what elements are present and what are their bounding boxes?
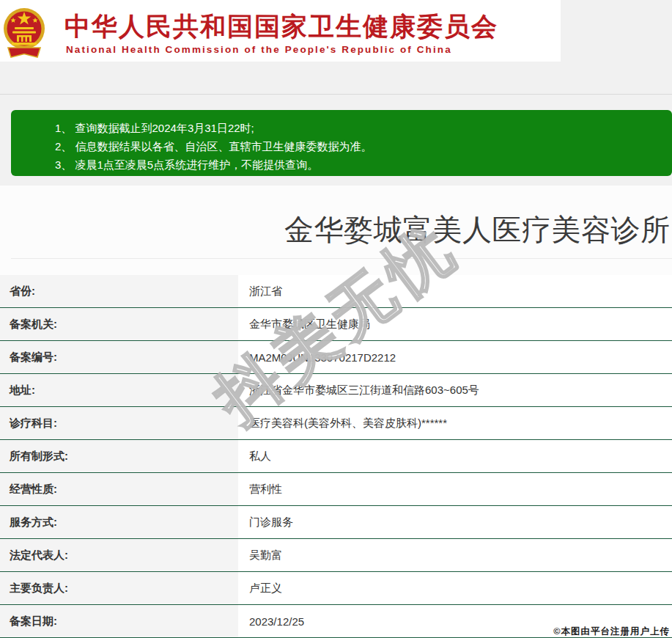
field-label: 主要负责人: [0, 572, 238, 604]
field-value: 卢正义 [238, 572, 672, 604]
field-value: 营利性 [238, 473, 672, 505]
table-row-principal: 主要负责人: 卢正义 [0, 572, 672, 605]
header-divider-line [0, 94, 672, 95]
site-title-english: National Health Commission of the People… [66, 44, 452, 55]
notice-line-1: 1、 查询数据截止到2024年3月31日22时; [55, 119, 665, 137]
table-row-clinical-departments: 诊疗科目: 医疗美容科(美容外科、美容皮肤科)****** [0, 407, 672, 440]
field-label: 备案机关: [0, 308, 238, 340]
table-row-province: 省份: 浙江省 [0, 275, 672, 308]
field-label: 地址: [0, 374, 238, 406]
table-row-business-nature: 经营性质: 营利性 [0, 473, 672, 506]
field-label: 所有制形式: [0, 440, 238, 472]
field-label: 经营性质: [0, 473, 238, 505]
upload-credit-label: ©本图由平台注册用户上传 [553, 626, 670, 638]
field-label: 备案日期: [0, 605, 238, 637]
site-title-chinese: 中华人民共和国国家卫生健康委员会 [64, 10, 498, 44]
field-value: 金华市婺城区卫生健康局 [238, 308, 672, 340]
table-row-ownership-type: 所有制形式: 私人 [0, 440, 672, 473]
table-row-service-mode: 服务方式: 门诊服务 [0, 506, 672, 539]
table-row-address: 地址: 浙江省金华市婺城区三江街道和信路603~605号 [0, 374, 672, 407]
notice-line-3: 3、 凌晨1点至凌晨5点系统进行维护，不能提供查询。 [55, 155, 665, 174]
field-value: 浙江省 [238, 275, 672, 307]
notice-banner: 1、 查询数据截止到2024年3月31日22时; 2、 信息数据结果以各省、自治… [11, 110, 672, 176]
field-value: 吴勤富 [238, 539, 672, 571]
facility-name-title: 金华婺城富美人医疗美容诊所 [284, 210, 671, 250]
field-value: 浙江省金华市婺城区三江街道和信路603~605号 [238, 374, 672, 406]
field-label: 诊疗科目: [0, 407, 238, 439]
table-row-filing-number: 备案编号: MA2M0JUN133070217D2212 [0, 341, 672, 374]
table-row-legal-representative: 法定代表人: 吴勤富 [0, 539, 672, 572]
field-value: MA2M0JUN133070217D2212 [238, 341, 672, 373]
field-value: 医疗美容科(美容外科、美容皮肤科)****** [238, 407, 672, 439]
field-label: 备案编号: [0, 341, 238, 373]
site-header: 中华人民共和国国家卫生健康委员会 National Health Commiss… [0, 0, 561, 62]
national-emblem-icon [3, 6, 45, 60]
field-value: 门诊服务 [238, 506, 672, 538]
field-label: 法定代表人: [0, 539, 238, 571]
field-label: 省份: [0, 275, 238, 307]
table-row-filing-authority: 备案机关: 金华市婺城区卫生健康局 [0, 308, 672, 341]
section-divider-line [11, 258, 672, 259]
notice-line-2: 2、 信息数据结果以各省、自治区、直辖市卫生健康委数据为准。 [55, 137, 665, 155]
facility-info-table: 省份: 浙江省 备案机关: 金华市婺城区卫生健康局 备案编号: MA2M0JUN… [0, 275, 672, 638]
field-value: 私人 [238, 440, 672, 472]
field-label: 服务方式: [0, 506, 238, 538]
